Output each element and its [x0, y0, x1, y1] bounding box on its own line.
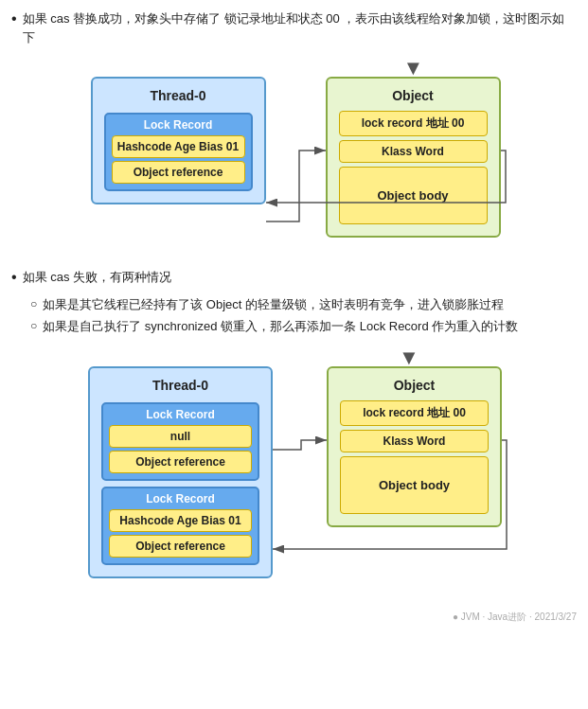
- lock-record-label-2b: Lock Record: [109, 492, 252, 505]
- null-box: null: [109, 425, 252, 448]
- object-reference-2a: Object reference: [109, 451, 252, 473]
- bullet-text-2: 如果 cas 失败，有两种情况: [23, 268, 171, 287]
- bullet-dot-2: •: [11, 268, 17, 288]
- bullet-dot-1: •: [11, 9, 17, 29]
- bullet-1: • 如果 cas 替换成功，对象头中存储了 锁记录地址和状态 00 ，表示由该线…: [11, 9, 577, 46]
- object-title-1: Object: [339, 88, 488, 103]
- bullet-text-1: 如果 cas 替换成功，对象头中存储了 锁记录地址和状态 00 ，表示由该线程给…: [23, 9, 577, 46]
- lock-record-group-1: Lock Record Hashcode Age Bias 01 Object …: [104, 113, 253, 191]
- lock-record-group-2b: Lock Record Hashcode Age Bias 01 Object …: [101, 487, 259, 565]
- lock-record-label-1: Lock Record: [112, 118, 245, 132]
- klass-word-1: Klass Word: [339, 140, 488, 163]
- lock-record-addr-1: lock record 地址 00: [339, 111, 488, 136]
- sub-bullets: ○ 如果是其它线程已经持有了该 Object 的轻量级锁，这时表明有竞争，进入锁…: [30, 295, 577, 336]
- diagram-1: ▼ Thread-0 Lock Record Hashcode Age Bias…: [11, 56, 577, 255]
- object-body-2: Object body: [340, 456, 489, 514]
- sub-bullet-1: ○ 如果是其它线程已经持有了该 Object 的轻量级锁，这时表明有竞争，进入锁…: [30, 295, 577, 314]
- object-box-2: Object lock record 地址 00 Klass Word Obje…: [327, 366, 502, 527]
- bullet-2: • 如果 cas 失败，有两种情况: [11, 268, 577, 288]
- sub-dot-2: ○: [30, 317, 37, 334]
- object-body-1: Object body: [339, 167, 488, 224]
- lock-record-addr-2: lock record 地址 00: [340, 400, 489, 426]
- thread-box-2: Thread-0 Lock Record null Object referen…: [88, 366, 273, 578]
- lock-record-label-2a: Lock Record: [109, 408, 252, 421]
- diagram-2: ▼ Thread-0 Lock Record null Object refer…: [11, 346, 577, 601]
- sub-text-1: 如果是其它线程已经持有了该 Object 的轻量级锁，这时表明有竞争，进入锁膨胀…: [43, 295, 504, 314]
- lock-record-group-2a: Lock Record null Object reference: [101, 402, 259, 481]
- thread-title-2: Thread-0: [101, 378, 259, 393]
- sub-text-2: 如果是自己执行了 synchronized 锁重入，那么再添加一条 Lock R…: [43, 317, 518, 336]
- sub-bullet-2: ○ 如果是自己执行了 synchronized 锁重入，那么再添加一条 Lock…: [30, 317, 577, 336]
- object-reference-2b: Object reference: [109, 535, 252, 558]
- object-title-2: Object: [340, 378, 489, 393]
- object-box-1: Object lock record 地址 00 Klass Word Obje…: [326, 77, 501, 238]
- sub-dot-1: ○: [30, 295, 37, 312]
- object-reference-1: Object reference: [112, 161, 245, 184]
- klass-word-2: Klass Word: [340, 430, 489, 452]
- thread-title-1: Thread-0: [104, 88, 253, 103]
- hashcode-bias-2: Hashcode Age Bias 01: [109, 509, 252, 532]
- hashcode-bias-1: Hashcode Age Bias 01: [112, 135, 245, 158]
- thread-box-1: Thread-0 Lock Record Hashcode Age Bias 0…: [91, 77, 266, 204]
- watermark: ● JVM · Java进阶 · 2021/3/27: [11, 611, 577, 624]
- section-2: • 如果 cas 失败，有两种情况 ○ 如果是其它线程已经持有了该 Object…: [11, 268, 577, 601]
- section-1: • 如果 cas 替换成功，对象头中存储了 锁记录地址和状态 00 ，表示由该线…: [11, 9, 577, 255]
